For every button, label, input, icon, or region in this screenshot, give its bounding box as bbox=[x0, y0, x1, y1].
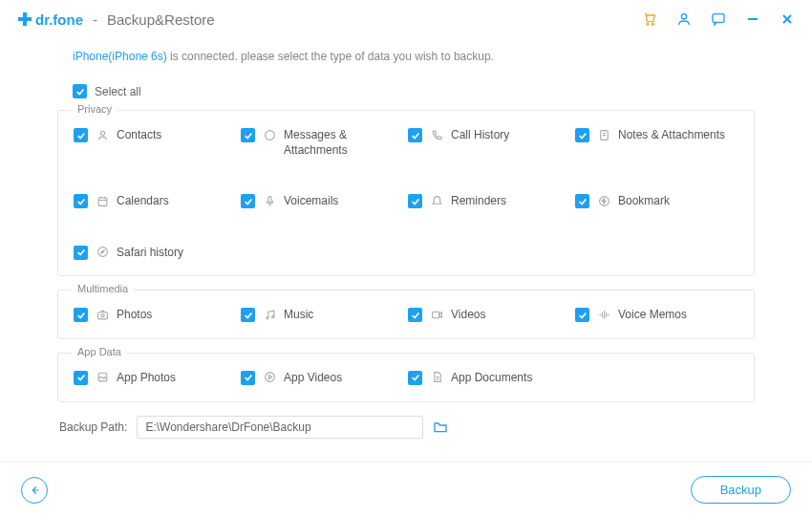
calendars-icon bbox=[96, 194, 109, 207]
svg-point-32 bbox=[265, 373, 274, 382]
app-window: dr.fone - Backup&Restore iP bbox=[0, 0, 812, 517]
svg-rect-31 bbox=[98, 374, 107, 382]
privacy-section: Privacy Contacts Messages & Attachments … bbox=[57, 110, 755, 276]
checkbox-music[interactable] bbox=[241, 308, 255, 322]
user-icon[interactable] bbox=[676, 11, 692, 27]
item-appdocs: App Documents bbox=[408, 371, 571, 399]
checkbox-voicememos[interactable] bbox=[575, 308, 589, 322]
item-reminders: Reminders bbox=[408, 194, 571, 223]
item-voicememos: Voice Memos bbox=[575, 308, 738, 336]
svg-rect-21 bbox=[97, 312, 107, 319]
checkbox-reminders[interactable] bbox=[408, 194, 422, 208]
item-messages: Messages & Attachments bbox=[241, 128, 404, 171]
device-name: iPhone(iPhone 6s) bbox=[73, 50, 167, 63]
window-controls bbox=[642, 11, 795, 27]
checkbox-bookmark[interactable] bbox=[575, 194, 589, 208]
multimedia-legend: Multimedia bbox=[72, 283, 134, 294]
svg-rect-14 bbox=[98, 197, 107, 205]
svg-point-9 bbox=[100, 131, 104, 135]
item-notes: Notes & Attachments bbox=[575, 128, 738, 171]
item-contacts: Contacts bbox=[74, 128, 237, 171]
callhistory-icon bbox=[430, 128, 443, 141]
svg-point-4 bbox=[681, 14, 686, 19]
svg-rect-5 bbox=[713, 14, 724, 23]
svg-rect-18 bbox=[267, 196, 270, 202]
label-appphotos: App Photos bbox=[117, 371, 176, 386]
checkbox-messages[interactable] bbox=[241, 128, 255, 142]
label-calendars: Calendars bbox=[117, 194, 169, 209]
item-appphotos: App Photos bbox=[74, 371, 237, 399]
label-voicememos: Voice Memos bbox=[618, 308, 687, 323]
label-notes: Notes & Attachments bbox=[618, 128, 725, 143]
item-voicemails: Voicemails bbox=[241, 194, 404, 223]
contacts-icon bbox=[96, 128, 109, 141]
footer: Backup bbox=[0, 462, 812, 517]
svg-point-22 bbox=[100, 313, 103, 316]
privacy-legend: Privacy bbox=[72, 103, 118, 115]
brand-text: dr.fone bbox=[35, 11, 83, 28]
appdocs-icon bbox=[430, 371, 443, 384]
title-separator: - bbox=[93, 11, 97, 28]
label-bookmark: Bookmark bbox=[618, 194, 670, 209]
appvideos-icon bbox=[263, 371, 276, 384]
label-appdocs: App Documents bbox=[451, 371, 532, 386]
backup-path-label: Backup Path: bbox=[59, 420, 127, 434]
checkbox-contacts[interactable] bbox=[74, 128, 88, 142]
appphotos-icon bbox=[96, 371, 109, 384]
item-music: Music bbox=[241, 308, 404, 336]
videos-icon bbox=[430, 308, 443, 321]
feedback-icon[interactable] bbox=[711, 11, 726, 27]
label-contacts: Contacts bbox=[117, 128, 161, 143]
label-callhistory: Call History bbox=[451, 128, 509, 143]
logo-wrap: dr.fone - Backup&Restore bbox=[17, 11, 215, 28]
label-reminders: Reminders bbox=[451, 194, 506, 209]
svg-rect-25 bbox=[432, 312, 438, 318]
checkbox-videos[interactable] bbox=[408, 308, 422, 322]
browse-folder-button[interactable] bbox=[433, 420, 448, 435]
select-all-checkbox[interactable] bbox=[73, 84, 87, 98]
item-callhistory: Call History bbox=[408, 128, 571, 171]
plus-icon bbox=[17, 11, 32, 27]
select-all-row: Select all bbox=[57, 75, 755, 104]
folder-icon bbox=[433, 420, 448, 435]
connection-status: iPhone(iPhone 6s) is connected. please s… bbox=[57, 38, 755, 75]
checkbox-callhistory[interactable] bbox=[408, 128, 422, 142]
brand: dr.fone bbox=[17, 11, 83, 28]
backup-button[interactable]: Backup bbox=[691, 476, 791, 504]
safari-icon bbox=[96, 246, 109, 259]
checkbox-photos[interactable] bbox=[74, 308, 88, 322]
svg-point-10 bbox=[265, 130, 274, 140]
arrow-left-icon bbox=[28, 484, 41, 497]
label-messages: Messages & Attachments bbox=[284, 128, 404, 158]
select-all-label: Select all bbox=[95, 85, 141, 98]
checkbox-appvideos[interactable] bbox=[241, 371, 255, 385]
close-button[interactable] bbox=[780, 11, 795, 27]
item-calendars: Calendars bbox=[74, 194, 237, 223]
voicemails-icon bbox=[263, 194, 276, 207]
checkbox-notes[interactable] bbox=[575, 128, 589, 142]
bookmark-icon bbox=[597, 194, 610, 207]
reminders-icon bbox=[430, 194, 443, 207]
label-safari: Safari history bbox=[117, 246, 183, 261]
minimize-button[interactable] bbox=[745, 11, 760, 27]
connection-message: is connected. please select the type of … bbox=[167, 50, 494, 63]
checkbox-appdocs[interactable] bbox=[408, 371, 422, 385]
svg-point-2 bbox=[647, 23, 649, 25]
item-photos: Photos bbox=[74, 308, 237, 336]
back-button[interactable] bbox=[21, 477, 48, 504]
svg-rect-1 bbox=[18, 17, 32, 21]
cart-icon[interactable] bbox=[642, 11, 657, 27]
checkbox-calendars[interactable] bbox=[74, 194, 88, 208]
page-title: Backup&Restore bbox=[107, 11, 215, 28]
item-videos: Videos bbox=[408, 308, 571, 336]
label-videos: Videos bbox=[451, 308, 485, 323]
checkbox-safari[interactable] bbox=[74, 246, 88, 260]
label-voicemails: Voicemails bbox=[284, 194, 338, 209]
item-safari: Safari history bbox=[74, 246, 237, 274]
checkbox-voicemails[interactable] bbox=[241, 194, 255, 208]
svg-point-3 bbox=[652, 23, 653, 25]
checkbox-appphotos[interactable] bbox=[74, 371, 88, 385]
backup-path-input[interactable] bbox=[137, 416, 423, 439]
label-music: Music bbox=[284, 308, 313, 323]
label-photos: Photos bbox=[117, 308, 152, 323]
